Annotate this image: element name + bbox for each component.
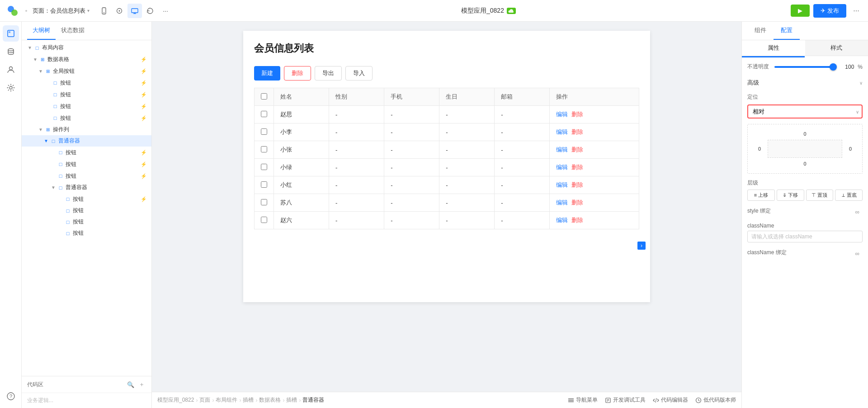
sidebar-icon-data[interactable] — [3, 43, 19, 60]
tree-item-btn6[interactable]: ▶ □ 按钮 ⚡ — [22, 158, 151, 170]
row-edit-link[interactable]: 编辑 — [556, 216, 568, 224]
canvas-wrapper[interactable]: 会员信息列表 新建 删除 导出 导入 姓名 性别 — [152, 22, 741, 392]
desktop-view-icon[interactable] — [127, 4, 142, 18]
opacity-slider[interactable] — [774, 66, 837, 68]
breadcrumb-app[interactable]: 模型应用_0822 — [157, 396, 194, 404]
tree-action-bolt[interactable]: ⚡ — [140, 67, 148, 75]
tab-outline-tree[interactable]: 大纲树 — [27, 22, 56, 40]
import-button[interactable]: 导入 — [345, 66, 373, 81]
tree-action-bolt[interactable]: ⚡ — [140, 79, 148, 87]
tree-arrow-icon[interactable]: ▼ — [38, 127, 43, 132]
select-all-checkbox[interactable] — [261, 93, 267, 100]
tree-arrow-icon[interactable]: ▼ — [38, 69, 43, 74]
row-edit-link[interactable]: 编辑 — [556, 163, 568, 171]
style-bind-link-btn[interactable]: ∞ — [852, 206, 863, 217]
row-edit-link[interactable]: 编辑 — [556, 199, 568, 207]
new-button[interactable]: 新建 — [254, 66, 280, 81]
classname-input[interactable] — [747, 231, 863, 242]
breadcrumb-layout[interactable]: 布局组件 — [216, 396, 237, 404]
row-checkbox[interactable] — [261, 128, 267, 135]
row-delete-link[interactable]: 删除 — [571, 110, 583, 119]
run-button[interactable]: ▶ — [791, 5, 810, 17]
row-checkbox[interactable] — [261, 181, 267, 188]
refresh-icon[interactable] — [143, 4, 157, 18]
tree-item-btn7[interactable]: ▶ □ 按钮 ⚡ — [22, 170, 151, 182]
tree-item-btn10[interactable]: ▶ □ 按钮 — [22, 216, 151, 228]
row-edit-link[interactable]: 编辑 — [556, 110, 568, 119]
tree-item-btn8[interactable]: ▶ □ 按钮 ⚡ — [22, 193, 151, 205]
row-checkbox[interactable] — [261, 111, 267, 117]
classname-bind-link-btn[interactable]: ∞ — [852, 248, 863, 259]
topbar-more-btn[interactable]: ··· — [850, 5, 863, 17]
tablet-view-icon[interactable] — [112, 4, 127, 18]
tree-action-bolt[interactable]: ⚡ — [140, 55, 148, 63]
row-checkbox[interactable] — [261, 146, 267, 152]
row-delete-link[interactable]: 删除 — [571, 146, 583, 154]
delete-button[interactable]: 删除 — [284, 66, 311, 81]
row-edit-link[interactable]: 编辑 — [556, 181, 568, 189]
code-add-btn[interactable]: ＋ — [137, 380, 146, 389]
row-checkbox[interactable] — [261, 217, 267, 223]
tree-arrow-icon[interactable]: ▼ — [33, 57, 38, 62]
tree-item-btn3[interactable]: ▶ □ 按钮 ⚡ — [22, 100, 151, 112]
tree-item-op-col[interactable]: ▼ ⊞ 操作列 — [22, 124, 151, 135]
margin-left-input[interactable] — [753, 145, 766, 153]
tree-item-normal-container1[interactable]: ▼ □ 普通容器 — [22, 135, 151, 147]
tree-action-bolt[interactable]: ⚡ — [140, 195, 148, 203]
breadcrumb-slot2[interactable]: 插槽 — [286, 396, 297, 404]
breadcrumb-slot1[interactable]: 插槽 — [243, 396, 254, 404]
row-delete-link[interactable]: 删除 — [571, 163, 583, 171]
tree-action-bolt[interactable]: ⚡ — [140, 90, 148, 99]
tree-item-btn1[interactable]: ▶ □ 按钮 ⚡ — [22, 77, 151, 89]
row-delete-link[interactable]: 删除 — [571, 216, 583, 224]
zindex-top-btn[interactable]: ⊤ 置顶 — [806, 190, 834, 201]
tree-item-normal-container2[interactable]: ▼ □ 普通容器 — [22, 182, 151, 193]
tree-action-bolt[interactable]: ⚡ — [140, 102, 148, 110]
tree-item-btn9[interactable]: ▶ □ 按钮 — [22, 205, 151, 216]
tree-item-global-btn[interactable]: ▼ ⊞ 全局按钮 ⚡ — [22, 65, 151, 77]
expand-arrow-btn[interactable]: › — [637, 242, 646, 250]
right-sub-tab-props[interactable]: 属性 — [742, 40, 805, 56]
export-button[interactable]: 导出 — [315, 66, 342, 81]
tree-action-bolt[interactable]: ⚡ — [140, 172, 148, 180]
breadcrumb-table[interactable]: 数据表格 — [259, 396, 281, 404]
code-search-btn[interactable]: 🔍 — [126, 380, 135, 389]
sidebar-icon-settings[interactable] — [3, 80, 19, 96]
right-tab-component[interactable]: 组件 — [747, 22, 774, 40]
row-edit-link[interactable]: 编辑 — [556, 128, 568, 136]
debug-tool[interactable]: 开发调试工具 — [605, 396, 646, 404]
logo-icon[interactable] — [5, 4, 20, 18]
tree-action-bolt[interactable]: ⚡ — [140, 148, 148, 157]
row-delete-link[interactable]: 删除 — [571, 199, 583, 207]
advanced-collapse-icon[interactable]: ∨ — [859, 81, 863, 85]
tree-action-bolt[interactable]: ⚡ — [140, 114, 148, 122]
row-delete-link[interactable]: 删除 — [571, 128, 583, 136]
right-tab-config[interactable]: 配置 — [774, 22, 800, 40]
tree-item-datatable[interactable]: ▼ ⊞ 数据表格 ⚡ — [22, 53, 151, 65]
position-select[interactable]: 相对 绝对 固定 粘性 — [747, 104, 863, 119]
margin-top-input[interactable] — [799, 130, 811, 138]
tree-action-bolt[interactable]: ⚡ — [140, 160, 148, 168]
right-sub-tab-style[interactable]: 样式 — [805, 40, 868, 56]
sidebar-icon-question[interactable]: ? — [3, 388, 19, 404]
zindex-bottom-btn[interactable]: ⊥ 置底 — [835, 190, 863, 201]
mobile-view-icon[interactable] — [97, 4, 111, 18]
code-editor-tool[interactable]: 代码编辑器 — [653, 396, 688, 404]
row-checkbox[interactable] — [261, 199, 267, 205]
row-checkbox[interactable] — [261, 164, 267, 170]
version-tool[interactable]: 低代码版本师 — [695, 396, 736, 404]
breadcrumb-page[interactable]: 页面 — [199, 396, 210, 404]
sidebar-icon-pages[interactable] — [3, 25, 19, 42]
tree-arrow-icon[interactable]: ▼ — [51, 185, 56, 190]
zindex-down-btn[interactable]: ⇓ 下移 — [777, 190, 804, 201]
sidebar-icon-users[interactable] — [3, 62, 19, 78]
more-view-icon[interactable]: ··· — [158, 4, 173, 18]
tab-state-data[interactable]: 状态数据 — [56, 22, 90, 40]
tree-arrow-icon[interactable]: ▼ — [27, 45, 33, 50]
margin-bottom-input[interactable] — [799, 160, 811, 168]
row-edit-link[interactable]: 编辑 — [556, 146, 568, 154]
tree-item-layout[interactable]: ▼ □ 布局内容 — [22, 42, 151, 53]
margin-right-input[interactable] — [844, 145, 857, 153]
nav-menu-tool[interactable]: 导航菜单 — [568, 396, 598, 404]
zindex-up-btn[interactable]: ≡ 上移 — [747, 190, 775, 201]
